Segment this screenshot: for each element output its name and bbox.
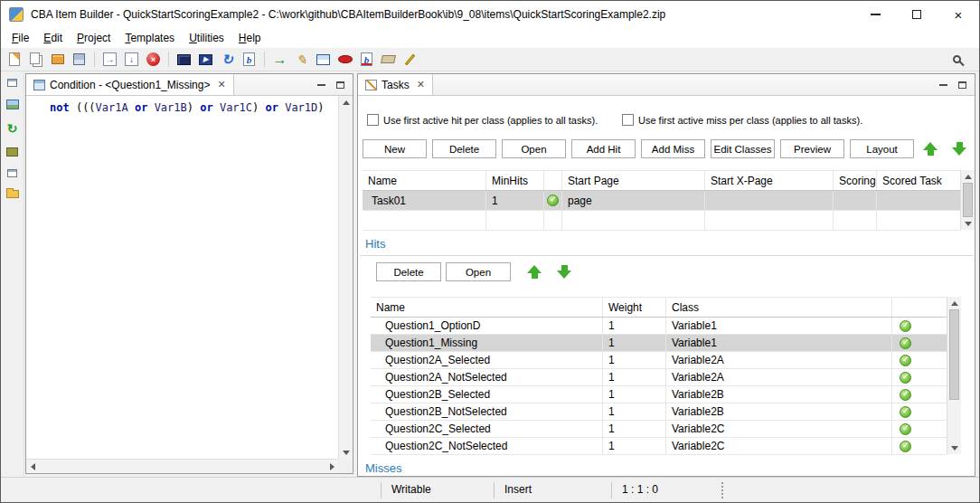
scroll-up-icon[interactable]	[947, 297, 962, 309]
hit-row[interactable]: Question2A_NotSelected 1 Variable2A	[371, 369, 947, 386]
preview-screen-icon[interactable]	[174, 50, 193, 69]
scroll-down-icon[interactable]	[339, 446, 353, 459]
menu-edit[interactable]: Edit	[36, 29, 70, 47]
column-header-name[interactable]: Name	[371, 298, 603, 317]
column-header-scoring[interactable]: Scoring	[834, 171, 877, 190]
texts-icon[interactable]	[6, 147, 18, 157]
hit-open-button[interactable]: Open	[446, 262, 511, 281]
close-button[interactable]: ×	[938, 1, 979, 28]
minimize-panel-icon[interactable]	[939, 84, 947, 86]
ok-status-icon	[900, 389, 911, 401]
save-icon[interactable]	[70, 50, 89, 69]
edit-item-icon[interactable]: ✎	[292, 50, 311, 69]
column-header-name[interactable]: Name	[363, 171, 486, 190]
menu-file[interactable]: File	[5, 29, 36, 47]
move-task-up-button[interactable]	[920, 139, 940, 157]
maximize-panel-icon[interactable]	[958, 81, 966, 89]
menu-project[interactable]: Project	[70, 29, 118, 47]
image-resources-icon[interactable]	[6, 100, 19, 109]
restore-pane-2-icon[interactable]	[7, 169, 17, 177]
scroll-up-icon[interactable]	[339, 96, 353, 109]
ellipse-tool-icon[interactable]	[335, 50, 354, 69]
refresh-view-icon[interactable]: ↻	[7, 122, 18, 135]
add-hit-button[interactable]: Add Hit	[571, 139, 636, 158]
close-tab-icon[interactable]: ✕	[217, 80, 225, 90]
scroll-down-icon[interactable]	[961, 217, 975, 230]
column-header-minhits[interactable]: MinHits	[486, 171, 544, 190]
search-icon[interactable]	[947, 50, 966, 69]
scroll-left-icon[interactable]	[26, 460, 39, 474]
browser-b-icon[interactable]: b	[357, 50, 376, 69]
hit-row[interactable]: Question1_Missing 1 Variable1	[371, 335, 947, 352]
scrollbar-thumb[interactable]	[949, 309, 959, 400]
scroll-right-icon[interactable]	[325, 460, 338, 474]
condition-code-editor[interactable]: not (((Var1A or Var1B) or Var1C) or Var1…	[26, 96, 338, 459]
hit-row[interactable]: Question2B_NotSelected 1 Variable2B	[371, 403, 947, 421]
scroll-up-icon[interactable]	[961, 170, 975, 183]
first-active-hit-checkbox[interactable]	[367, 114, 379, 126]
go-icon[interactable]: →	[270, 50, 289, 69]
scroll-down-icon[interactable]	[947, 441, 962, 454]
hit-row[interactable]: Question2C_NotSelected 1 Variable2C	[371, 438, 947, 455]
hit-arrow-buttons	[524, 262, 574, 280]
hit-row[interactable]: Question2A_Selected 1 Variable2A	[371, 352, 947, 369]
open-button[interactable]: Open	[502, 139, 566, 158]
task-row[interactable]: Task01 1 page	[363, 191, 960, 211]
edit-classes-button[interactable]: Edit Classes	[711, 139, 775, 158]
hit-row[interactable]: Question2B_Selected 1 Variable2B	[371, 386, 947, 403]
menu-help[interactable]: Help	[231, 29, 269, 47]
menu-templates[interactable]: Templates	[118, 29, 182, 47]
hit-delete-button[interactable]: Delete	[376, 262, 441, 281]
import-icon[interactable]: ↓	[122, 50, 141, 69]
preview-button[interactable]: Preview	[780, 139, 844, 158]
ok-status-icon	[900, 372, 911, 384]
column-header-scored-task[interactable]: Scored Task	[877, 171, 960, 190]
export-icon[interactable]: →	[100, 50, 119, 69]
open-project-icon[interactable]	[48, 50, 67, 69]
maximize-panel-icon[interactable]	[336, 81, 344, 89]
run-icon[interactable]: ▶	[196, 50, 215, 69]
new-item-icon[interactable]	[5, 50, 24, 69]
add-miss-button[interactable]: Add Miss	[641, 139, 705, 158]
first-active-miss-checkbox[interactable]	[622, 114, 634, 126]
editor-vertical-scrollbar[interactable]	[338, 96, 353, 459]
column-header-start-page[interactable]: Start Page	[562, 171, 705, 190]
scrollbar-thumb[interactable]	[963, 183, 973, 217]
ruler-icon[interactable]	[379, 50, 398, 69]
column-header-start-x-page[interactable]: Start X-Page	[705, 171, 834, 190]
maximize-button[interactable]	[896, 1, 938, 28]
menu-utilities[interactable]: Utilities	[182, 29, 231, 47]
column-header-status[interactable]	[892, 298, 947, 317]
column-header-weight[interactable]: Weight	[603, 298, 666, 317]
wand-icon[interactable]	[400, 50, 419, 69]
delete-button[interactable]: Delete	[432, 139, 496, 158]
move-hit-up-button[interactable]	[524, 262, 544, 280]
hits-table-scrollbar[interactable]	[947, 297, 961, 454]
scroll-corner	[338, 459, 353, 473]
hit-row[interactable]: Question1_OptionD 1 Variable1	[371, 318, 947, 335]
ok-status-icon	[547, 195, 559, 206]
minimize-button[interactable]	[854, 1, 896, 28]
browser-preview-icon[interactable]: b	[240, 50, 259, 69]
move-task-down-button[interactable]	[949, 139, 969, 157]
column-header-status[interactable]	[544, 171, 562, 190]
close-tab-icon[interactable]: ✕	[417, 80, 425, 90]
layout-button[interactable]: Layout	[850, 139, 914, 158]
delete-icon[interactable]: ×	[144, 50, 163, 69]
tab-condition[interactable]: Condition - <Question1_Missing> ✕	[26, 74, 234, 95]
new-button[interactable]: New	[363, 139, 427, 158]
tab-tasks[interactable]: Tasks ✕	[358, 74, 433, 95]
move-hit-down-button[interactable]	[554, 262, 574, 280]
restore-pane-icon[interactable]	[7, 79, 17, 87]
split-view-icon[interactable]	[314, 50, 333, 69]
minimize-panel-icon[interactable]	[317, 84, 325, 86]
empty-row[interactable]	[363, 211, 960, 231]
refresh-icon[interactable]: ↻	[218, 50, 237, 69]
column-header-class[interactable]: Class	[666, 298, 892, 317]
copy-icon[interactable]	[26, 50, 45, 69]
folder-icon[interactable]	[6, 190, 19, 198]
editor-horizontal-scrollbar[interactable]	[26, 459, 338, 473]
hit-row[interactable]: Question2C_Selected 1 Variable2C	[371, 421, 947, 438]
status-grip[interactable]	[721, 482, 724, 498]
tasks-table-scrollbar[interactable]	[960, 170, 975, 230]
